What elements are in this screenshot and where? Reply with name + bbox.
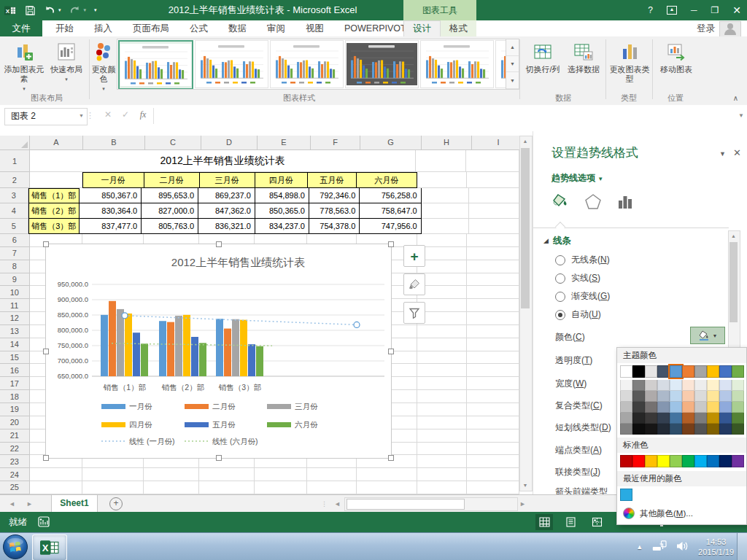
restore-icon[interactable]: ❐ <box>711 5 719 15</box>
more-colors-item[interactable]: 其他颜色(M)... <box>617 504 746 521</box>
cell-value-r5c6[interactable]: 747,956.0 <box>360 219 421 234</box>
row-header-19[interactable]: 19 <box>0 403 30 416</box>
taskbar-excel-button[interactable]: X <box>32 534 67 560</box>
cell-value-r5c3[interactable]: 836,321.0 <box>198 219 255 234</box>
cell-H22[interactable] <box>417 443 467 456</box>
tab-公式[interactable]: 公式 <box>179 20 218 36</box>
row-header-7[interactable]: 7 <box>0 247 30 260</box>
gallery-scroll-up-icon[interactable]: ▲ <box>506 39 519 56</box>
tab-插入[interactable]: 插入 <box>84 20 123 36</box>
standard-color-swatch-3[interactable] <box>645 455 657 467</box>
cell-I7[interactable] <box>467 247 519 260</box>
name-box-dropdown-icon[interactable]: ▼ <box>79 109 84 123</box>
cell-I1[interactable] <box>466 150 519 172</box>
theme-variant-r1c8[interactable] <box>707 380 719 391</box>
hidden-icons-arrow-icon[interactable]: ▲ <box>636 543 643 551</box>
theme-color-swatch-8[interactable] <box>707 365 719 378</box>
gallery-more-icon[interactable]: ▼ <box>506 72 519 89</box>
theme-variant-r4c1[interactable] <box>620 413 632 424</box>
theme-variant-r4c2[interactable] <box>632 413 645 424</box>
row-header-22[interactable]: 22 <box>0 443 30 456</box>
select-data-button[interactable]: 选择数据 <box>563 39 604 94</box>
cell-value-r4c5[interactable]: 778,563.0 <box>309 203 360 219</box>
cell-D25[interactable] <box>199 481 255 494</box>
row-header-25[interactable]: 25 <box>0 481 30 494</box>
show-desktop-button[interactable] <box>737 533 747 560</box>
horizontal-scroll-thumb[interactable] <box>347 499 465 510</box>
standard-color-swatch-7[interactable] <box>694 455 707 467</box>
column-header-C[interactable]: C <box>145 136 201 150</box>
gallery-scroll-down-icon[interactable]: ▼ <box>506 56 519 73</box>
row-header-8[interactable]: 8 <box>0 260 30 273</box>
theme-variant-r2c5[interactable] <box>670 391 682 402</box>
cell-month-1[interactable]: 一月份 <box>82 172 144 188</box>
pane-close-icon[interactable]: ✕ <box>733 147 741 158</box>
chart-style-thumb-2[interactable] <box>195 40 268 88</box>
theme-variant-r3c5[interactable] <box>670 402 682 413</box>
cell-H19[interactable] <box>417 403 467 416</box>
chart-elements-button[interactable]: + <box>403 245 425 267</box>
column-header-F[interactable]: F <box>311 136 360 150</box>
standard-color-swatch-8[interactable] <box>707 455 719 467</box>
row-header-9[interactable]: 9 <box>0 273 30 287</box>
cell-H23[interactable] <box>417 455 467 468</box>
embedded-chart[interactable]: 950,000.0900,000.0850,000.0800,000.0750,… <box>45 244 392 459</box>
theme-variant-r2c8[interactable] <box>707 391 719 402</box>
cell-value-r4c3[interactable]: 847,362.0 <box>198 203 255 219</box>
cell-value-r3c3[interactable]: 869,237.0 <box>198 188 255 203</box>
row-header-2[interactable]: 2 <box>0 172 30 188</box>
theme-color-swatch-9[interactable] <box>719 365 732 378</box>
column-header-E[interactable]: E <box>258 136 311 150</box>
cell-C24[interactable] <box>144 468 199 481</box>
row-header-6[interactable]: 6 <box>0 234 30 247</box>
macro-record-icon[interactable] <box>38 516 50 529</box>
hscroll-right-icon[interactable]: ► <box>519 495 526 513</box>
formula-bar-expand-icon[interactable]: ▼ <box>738 112 744 119</box>
theme-variant-r1c7[interactable] <box>694 380 707 391</box>
theme-color-swatch-4[interactable] <box>657 365 670 378</box>
cell-H21[interactable] <box>417 429 467 443</box>
theme-variant-r4c6[interactable] <box>682 413 694 424</box>
radio-dot-渐变线[interactable] <box>555 292 565 302</box>
theme-variant-r1c2[interactable] <box>632 380 645 391</box>
row-header-5[interactable]: 5 <box>0 219 28 234</box>
undo-dropdown-icon[interactable]: ▾ <box>58 7 61 13</box>
theme-variant-r5c5[interactable] <box>670 424 682 435</box>
cell-I15[interactable] <box>467 351 519 365</box>
chart-handle-0[interactable] <box>43 241 49 247</box>
cell-value-r3c4[interactable]: 854,898.0 <box>255 188 309 203</box>
move-chart-button[interactable]: 移动图表 <box>655 39 697 94</box>
cell-H15[interactable] <box>417 351 467 365</box>
theme-variant-r1c9[interactable] <box>719 380 732 391</box>
cell-value-r3c5[interactable]: 792,346.0 <box>309 188 360 203</box>
cell-value-r4c4[interactable]: 850,365.0 <box>255 203 309 219</box>
radio-无线条[interactable]: 无线条(N) <box>555 254 610 266</box>
cell-I14[interactable] <box>467 338 519 351</box>
page-layout-view-icon[interactable] <box>562 514 579 530</box>
theme-variant-r2c9[interactable] <box>719 391 732 402</box>
cell-value-r4c6[interactable]: 758,647.0 <box>360 203 421 219</box>
effects-tab-pentagon-icon[interactable] <box>584 192 603 211</box>
theme-variant-r2c4[interactable] <box>657 391 670 402</box>
tab-审阅[interactable]: 审阅 <box>257 20 295 36</box>
taskbar-clock[interactable]: 14:53 2015/1/19 <box>698 537 734 557</box>
cell-title-merged[interactable]: 2012上半年销售业绩统计表 <box>30 150 417 172</box>
row-header-10[interactable]: 10 <box>0 286 30 299</box>
trendline-options-label[interactable]: 趋势线选项 ▼ <box>551 172 603 184</box>
row-header-12[interactable]: 12 <box>0 312 30 325</box>
cell-row-label-3[interactable]: 销售（1）部 <box>28 188 80 203</box>
cell-H24[interactable] <box>417 468 467 481</box>
cell-H2[interactable] <box>417 172 467 188</box>
column-header-G[interactable]: G <box>360 136 422 150</box>
chart-handle-1[interactable] <box>216 241 222 247</box>
insert-function-icon[interactable]: fx <box>136 109 150 120</box>
theme-variant-r3c8[interactable] <box>707 402 719 413</box>
tab-设计[interactable]: 设计 <box>403 20 441 36</box>
user-avatar-icon[interactable] <box>719 21 741 37</box>
redo-icon[interactable] <box>69 4 81 16</box>
cell-H5[interactable] <box>422 219 469 234</box>
theme-variant-r3c7[interactable] <box>694 402 707 413</box>
cell-F24[interactable] <box>307 468 356 481</box>
theme-variant-r5c6[interactable] <box>682 424 694 435</box>
line-section-header[interactable]: ◢线条 <box>543 235 571 247</box>
